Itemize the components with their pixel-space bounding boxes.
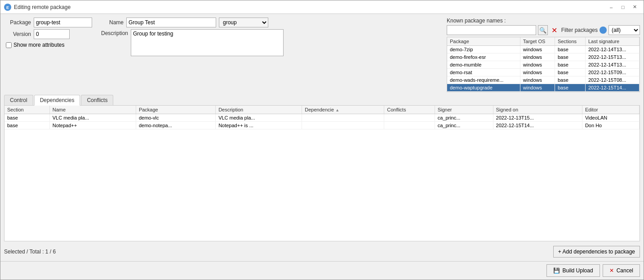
dep-col-signer[interactable]: Signer (435, 106, 493, 114)
dep-table-container: Section Name Package Description Depende… (4, 106, 640, 241)
right-panel: Known package names : 🔍 ✕ Filter package… (447, 18, 640, 92)
pkg-cell-package: demo-rsat (447, 69, 520, 76)
dep-cell-editor: VideoLAN (582, 114, 639, 122)
description-label: Description (97, 29, 128, 56)
window-title: Editing remote package (14, 4, 71, 10)
window-icon: E (4, 4, 11, 11)
add-dependencies-button[interactable]: + Add dependencies to package (553, 246, 640, 258)
minimize-button[interactable]: – (606, 2, 617, 12)
build-upload-icon: 💾 (553, 267, 560, 274)
content-area: Package Version Show more attributes Nam… (0, 14, 644, 261)
close-button[interactable]: ✕ (629, 2, 640, 12)
tabs-bar: Control Dependencies Conflicts (4, 95, 640, 106)
pkg-table-header: Package Target OS Sections Last signatur… (447, 37, 640, 46)
version-input[interactable] (34, 29, 70, 39)
footer-bar: 💾 Build Upload ✕ Cancel (0, 261, 644, 280)
pkg-cell-sections: base (555, 84, 585, 92)
cancel-label: Cancel (617, 267, 633, 274)
build-upload-button[interactable]: 💾 Build Upload (546, 264, 600, 277)
pkg-cell-target_os: windows (520, 53, 555, 61)
type-select[interactable]: group (219, 18, 268, 27)
pkg-cell-last_sig: 2022-12-15T13... (585, 53, 639, 61)
search-button[interactable]: 🔍 (538, 25, 548, 35)
name-row: Name group (97, 18, 284, 27)
pkg-cell-package: demo-firefox-esr (447, 53, 520, 61)
package-table: Package Target OS Sections Last signatur… (447, 37, 640, 92)
dep-cell-section: base (4, 114, 49, 122)
dep-cell-conflicts (384, 122, 435, 129)
known-packages-controls: 🔍 ✕ Filter packages (all) (447, 25, 640, 35)
known-packages-label: Known package names : (447, 18, 640, 24)
filter-label: Filter packages (561, 27, 598, 33)
title-bar: E Editing remote package – □ ✕ (0, 0, 644, 14)
dep-table: Section Name Package Description Depende… (4, 106, 640, 129)
main-window: E Editing remote package – □ ✕ Package V… (0, 0, 644, 280)
pkg-cell-last_sig: 2022-12-14T13... (585, 61, 639, 69)
dep-cell-signed_on: 2022-12-15T14... (493, 122, 582, 129)
version-label: Version (4, 31, 31, 37)
dep-cell-signed_on: 2022-12-13T15... (493, 114, 582, 122)
dep-col-conflicts[interactable]: Conflicts (384, 106, 435, 114)
pkg-cell-sections: base (555, 69, 585, 76)
show-more-checkbox[interactable] (6, 42, 12, 48)
pkg-cell-last_sig: 2022-12-15T09... (585, 69, 639, 76)
pkg-table-row[interactable]: demo-rsatwindowsbase2022-12-15T09... (447, 69, 640, 76)
pkg-table-row[interactable]: demo-7zipwindowsbase2022-12-14T13... (447, 46, 640, 53)
pkg-table-row[interactable]: demo-mumblewindowsbase2022-12-14T13... (447, 61, 640, 69)
cancel-icon: ✕ (609, 267, 614, 274)
pkg-table-row[interactable]: demo-firefox-esrwindowsbase2022-12-15T13… (447, 53, 640, 61)
dep-cell-name: Notepad++ (49, 122, 136, 129)
pkg-cell-last_sig: 2022-12-15T08... (585, 76, 639, 84)
form-left: Package Version Show more attributes (4, 18, 92, 92)
dep-col-editor[interactable]: Editor (582, 106, 639, 114)
known-packages-input[interactable] (447, 25, 536, 35)
dep-col-description[interactable]: Description (216, 106, 302, 114)
sort-icon: ▲ (335, 108, 339, 112)
pkg-cell-sections: base (555, 53, 585, 61)
filter-select[interactable]: (all) (608, 25, 640, 35)
clear-button[interactable]: ✕ (550, 25, 560, 35)
tab-control[interactable]: Control (4, 95, 33, 105)
package-row: Package (4, 18, 92, 27)
pkg-cell-target_os: windows (520, 84, 555, 92)
dep-cell-name: VLC media pla... (49, 114, 136, 122)
left-area: Control Dependencies Conflicts Section N… (4, 95, 640, 241)
pkg-table-row[interactable]: demo-waptupgradewindowsbase2022-12-15T14… (447, 84, 640, 92)
pkg-cell-package: demo-mumble (447, 61, 520, 69)
pkg-cell-package: demo-wads-requireme... (447, 76, 520, 84)
pkg-cell-sections: base (555, 76, 585, 84)
name-input[interactable] (126, 18, 216, 27)
dep-table-header: Section Name Package Description Depende… (4, 106, 640, 114)
dep-col-package[interactable]: Package (136, 106, 215, 114)
pkg-table-row[interactable]: demo-wads-requireme...windowsbase2022-12… (447, 76, 640, 84)
form-center: Name group Description Group for testing (97, 18, 284, 92)
dep-col-dependencies[interactable]: Dependencie ▲ (302, 106, 384, 114)
dep-cell-dependencies (302, 114, 384, 122)
show-more-label: Show more attributes (13, 42, 64, 48)
cancel-button[interactable]: ✕ Cancel (603, 264, 640, 277)
dep-cell-description: Notepad++ is ... (216, 122, 302, 129)
dep-cell-package: demo-vlc (136, 114, 215, 122)
pkg-cell-last_sig: 2022-12-14T13... (585, 46, 639, 53)
top-form-section: Package Version Show more attributes Nam… (4, 18, 640, 92)
dep-cell-signer: ca_princ... (435, 114, 493, 122)
pkg-cell-sections: base (555, 46, 585, 53)
main-area: Control Dependencies Conflicts Section N… (4, 95, 640, 241)
pkg-cell-target_os: windows (520, 69, 555, 76)
dep-cell-signer: ca_princ... (435, 122, 493, 129)
tab-conflicts[interactable]: Conflicts (81, 95, 113, 105)
dep-cell-conflicts (384, 114, 435, 122)
dep-col-name[interactable]: Name (49, 106, 136, 114)
description-textarea[interactable]: Group for testing (131, 29, 284, 56)
dep-col-signed-on[interactable]: Signed on (493, 106, 582, 114)
dep-table-row[interactable]: baseNotepad++demo-notepa...Notepad++ is … (4, 122, 640, 129)
maximize-button[interactable]: □ (617, 2, 628, 12)
dep-cell-section: base (4, 122, 49, 129)
pkg-cell-target_os: windows (520, 61, 555, 69)
dep-col-section[interactable]: Section (4, 106, 49, 114)
tab-dependencies[interactable]: Dependencies (34, 95, 80, 106)
package-input[interactable] (34, 18, 92, 27)
dep-table-row[interactable]: baseVLC media pla...demo-vlcVLC media pl… (4, 114, 640, 122)
pkg-col-last-sig: Last signature (585, 37, 639, 46)
dep-cell-dependencies (302, 122, 384, 129)
